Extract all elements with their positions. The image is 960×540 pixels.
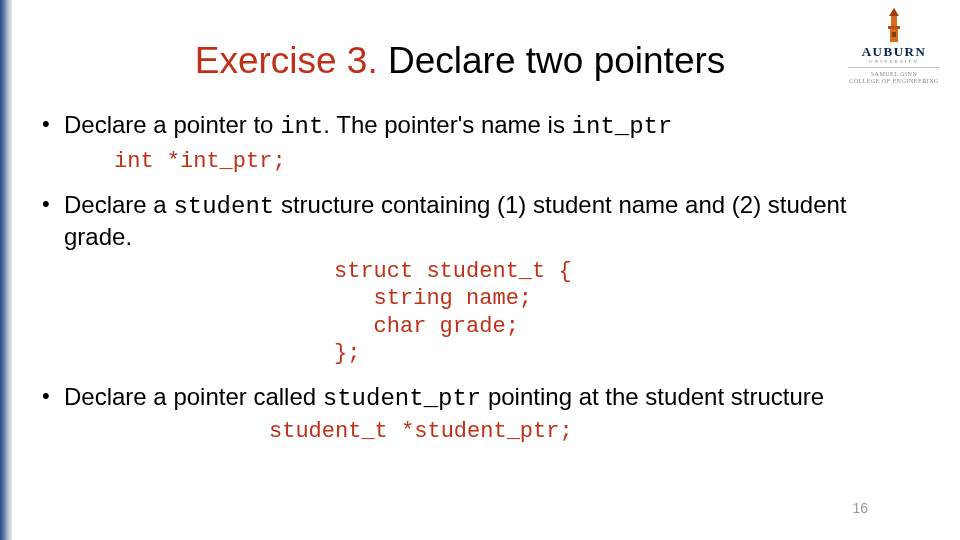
bullet-3: Declare a pointer called student_ptr poi… — [40, 382, 920, 458]
slide-content: Exercise 3. Declare two pointers Declare… — [40, 40, 920, 471]
b3-code1: student_ptr — [323, 385, 481, 412]
svg-rect-2 — [891, 16, 897, 26]
bullet-2: Declare a student structure containing (… — [40, 190, 920, 368]
svg-marker-3 — [889, 8, 899, 16]
b1-text1: Declare a pointer to — [64, 111, 280, 138]
svg-rect-4 — [892, 32, 896, 37]
bullet-list: Declare a pointer to int. The pointer's … — [40, 110, 920, 457]
b2-code1: student — [173, 193, 274, 220]
b1-code1: int — [280, 113, 323, 140]
code-block-3: student_t *student_ptr; — [269, 418, 573, 446]
code-block-2: struct student_t { string name; char gra… — [334, 258, 920, 368]
slide-title: Exercise 3. Declare two pointers — [120, 40, 800, 82]
code-block-1: int *int_ptr; — [114, 148, 920, 176]
bullet-1: Declare a pointer to int. The pointer's … — [40, 110, 920, 176]
left-decorative-stripe — [0, 0, 12, 540]
b3-text2: pointing at the student structure — [481, 383, 824, 410]
title-rest: Declare two pointers — [378, 40, 726, 81]
b1-code2: int_ptr — [572, 113, 673, 140]
b2-text1: Declare a — [64, 191, 173, 218]
page-number: 16 — [852, 500, 868, 516]
svg-rect-1 — [888, 26, 900, 29]
title-accent: Exercise 3. — [195, 40, 378, 81]
b3-text1: Declare a pointer called — [64, 383, 323, 410]
tower-icon — [883, 8, 905, 42]
b1-text2: . The pointer's name is — [323, 111, 571, 138]
